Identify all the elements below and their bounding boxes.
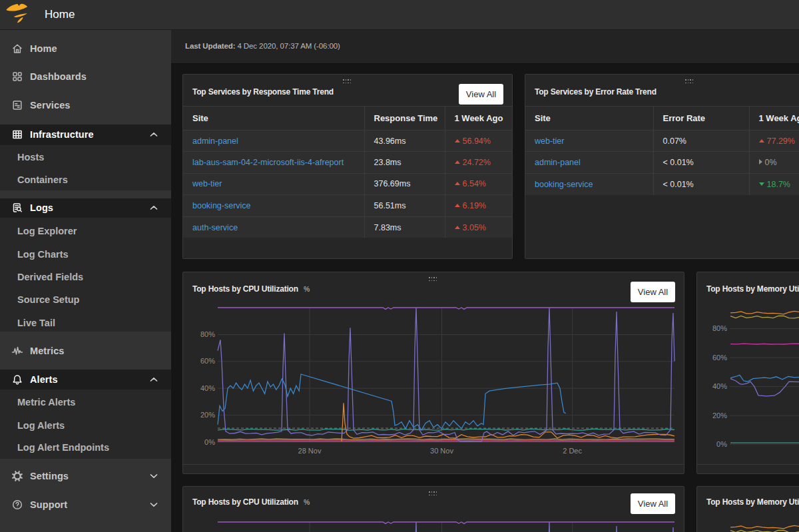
svg-text:20%: 20% bbox=[200, 411, 215, 419]
svg-text:80%: 80% bbox=[200, 330, 215, 338]
svg-text:20%: 20% bbox=[712, 411, 727, 419]
svg-text:28 Nov: 28 Nov bbox=[298, 447, 322, 455]
svg-text:0%: 0% bbox=[716, 440, 727, 448]
svg-text:60%: 60% bbox=[200, 357, 215, 365]
svg-text:2 Dec: 2 Dec bbox=[563, 447, 582, 455]
svg-text:60%: 60% bbox=[712, 354, 727, 362]
svg-text:40%: 40% bbox=[712, 382, 727, 390]
svg-text:0%: 0% bbox=[204, 438, 215, 446]
svg-text:30 Nov: 30 Nov bbox=[430, 447, 453, 455]
svg-text:40%: 40% bbox=[200, 384, 215, 392]
svg-text:80%: 80% bbox=[712, 324, 727, 332]
